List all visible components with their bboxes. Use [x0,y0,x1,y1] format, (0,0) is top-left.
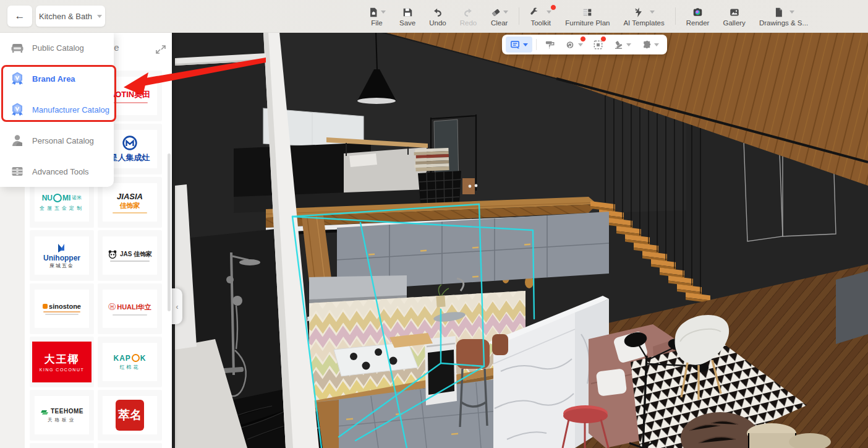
menu-item-brand-area[interactable]: Brand Area [0,63,114,94]
brand-logo-text: KAP [113,354,130,363]
menu-item-label: Advanced Tools [32,167,89,176]
document-icon [773,7,784,18]
category-selector[interactable]: Kitchen & Bath [36,6,105,27]
unihopper-logo-icon [56,243,68,254]
brand-tile-jas[interactable]: JAS 佳饰家 [98,230,162,281]
menu-item-manufacturer-catalog[interactable]: Manufacturer Catalog [0,94,114,125]
app-window: AOTIN奥田 星人集成灶 NUMI 诺米 全屋五金定制 [0,0,868,448]
menu-item-advanced-tools[interactable]: Advanced Tools [0,156,114,187]
ai-templates-button[interactable]: AI Templates [616,0,671,32]
save-icon [402,7,413,18]
brand-logo-text: AOTIN奥田 [109,89,150,100]
viewport-toolbar [502,35,667,54]
paint-roller-tool-button[interactable] [540,37,560,53]
brand-tile[interactable] [30,443,94,448]
render-camera-icon [692,7,704,18]
chevron-down-icon [654,43,659,46]
gallery-icon [729,7,740,18]
puzzle-icon [641,40,652,50]
toolkit-button[interactable]: Toolkit [523,0,558,32]
catalog-menu: Public Catalog Brand Area Manufacturer C… [0,32,114,187]
brand-subline: 座城五金 [49,262,74,269]
file-button[interactable]: File [361,0,393,32]
brand-logo-text: HUALI华立 [117,303,151,312]
brand-logo-text: NU [42,194,53,202]
paint-roller-icon [545,40,555,50]
book-stack[interactable] [414,148,449,171]
brand-tile-huali[interactable]: Ⓗ HUALI华立 [98,283,162,334]
brand-tile-kapok[interactable]: KAPK 红棉花 [98,337,162,387]
file-icon [368,7,379,18]
chevron-down-icon [523,43,528,46]
ai-flash-icon [633,7,644,18]
xingren-logo-icon [122,135,138,151]
menu-item-label: Public Catalog [32,43,84,53]
eraser-icon [490,7,501,18]
plugins-tool-button[interactable] [637,37,663,53]
brand-logo-text: sinostone [49,303,81,310]
brand-tile-unihopper[interactable]: Unihopper 座城五金 [30,230,94,281]
teehome-logo-icon [40,408,49,415]
chevron-down-icon [789,11,794,14]
stamp-tool-button[interactable] [609,37,636,53]
brand-logo-text: JAS 佳饰家 [120,250,152,259]
undo-button[interactable]: Undo [422,0,453,32]
chevron-down-icon [578,43,583,46]
brand-subline: KING COCONUT [40,368,84,372]
brand-tile-sinostone[interactable]: sinostone [30,283,94,334]
brand-tile-dawangye[interactable]: 大王椰 KING COCONUT [30,337,94,387]
toolbar-actions: File Save Undo [361,0,815,32]
annotate-tool-button[interactable] [506,37,532,53]
batch-select-tool-button[interactable] [589,37,608,53]
chevron-down-icon [381,11,386,14]
brand-tile-teehome[interactable]: TEEHOME 天格板业 [30,390,94,441]
back-button[interactable]: ← [7,6,32,27]
brand-logo-text: MI [62,194,70,202]
brand-tagline-bar [110,261,150,262]
kapok-o-icon [132,354,140,362]
brand-subline: 天格板业 [48,417,76,423]
redo-icon [462,7,474,18]
save-button[interactable]: Save [393,0,422,32]
brand-logo-cn: 佳饰家 [120,201,140,210]
notification-dot [600,36,606,42]
brand-badge-icon [10,71,25,86]
menu-item-public-catalog[interactable]: Public Catalog [0,32,114,63]
chevron-down-icon [97,15,102,18]
loft-bed[interactable] [234,142,427,213]
brand-logo-text: 大王椰 [45,352,80,366]
gallery-button[interactable]: Gallery [716,0,752,32]
toolbar-divider [675,7,676,25]
brand-tile-seal[interactable]: 萃名 [98,390,162,441]
bench[interactable] [836,271,868,344]
nuomi-o-icon [53,194,62,202]
brand-tagline-bar [112,102,148,103]
brand-tile[interactable] [98,443,162,448]
person-icon [10,133,25,148]
menu-item-personal-catalog[interactable]: Personal Catalog [0,125,114,156]
furniture-plan-icon [582,7,593,18]
chevron-down-icon [626,43,631,46]
render-button[interactable]: Render [679,0,717,32]
huali-mark-icon: Ⓗ [108,302,116,312]
back-arrow-icon: ← [15,10,25,22]
sofa-icon [10,40,25,55]
toolbar-divider [519,7,519,25]
collapse-chevron-icon: ‹ [176,302,178,311]
notification-dot [580,36,586,42]
clear-button[interactable]: Clear [483,0,515,32]
seal-stamp: 萃名 [116,400,144,431]
panel-collapse-handle[interactable]: ‹ [172,288,182,324]
furniture-plan-button[interactable]: Furniture Plan [558,0,616,32]
brand-subline: 红棉花 [120,364,140,371]
replace-material-tool-button[interactable] [561,37,587,53]
menu-item-label: Personal Catalog [32,136,94,145]
top-toolbar: ← Kitchen & Bath File [0,0,868,33]
brand-logo-cn: 诺米 [72,194,82,201]
expand-icon[interactable] [155,43,167,56]
manufacturer-badge-icon [10,102,25,117]
panel-scrollbar[interactable] [168,153,171,311]
menu-item-label: Brand Area [32,74,75,84]
drawings-button[interactable]: Drawings & S... [752,0,815,32]
brand-logo-text: 萃名 [118,407,142,423]
